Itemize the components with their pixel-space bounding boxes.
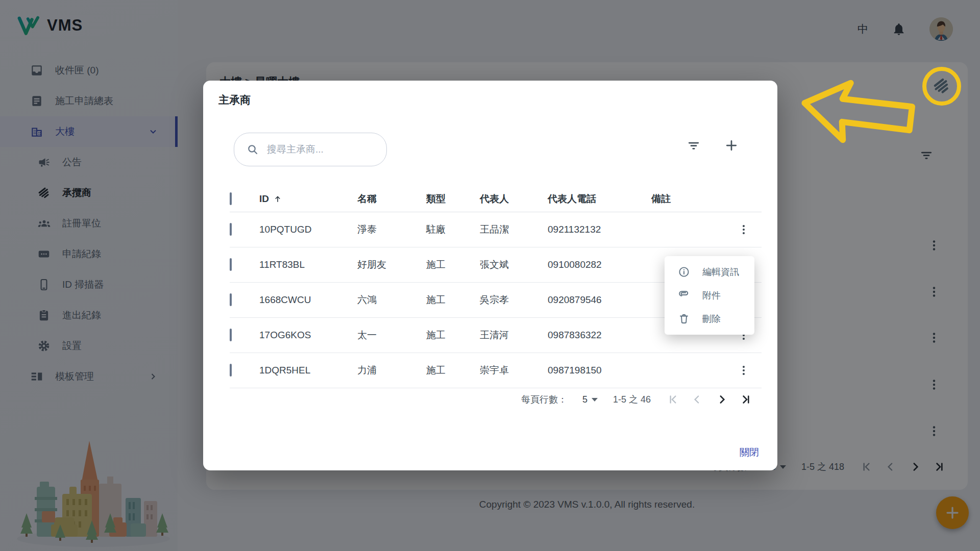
context-menu-edit-info[interactable]: 編輯資訊 <box>665 260 754 284</box>
filter-icon[interactable] <box>686 138 701 153</box>
select-all-checkbox[interactable] <box>230 192 232 205</box>
context-menu-label: 刪除 <box>702 313 721 325</box>
next-page-button[interactable] <box>715 393 728 406</box>
row-checkbox[interactable] <box>230 223 232 236</box>
row-checkbox[interactable] <box>230 364 232 377</box>
row-checkbox[interactable] <box>230 293 232 306</box>
context-menu-delete[interactable]: 刪除 <box>665 307 754 331</box>
cell-id: 10PQTUGD <box>259 224 357 235</box>
rows-per-page-select[interactable]: 5 <box>582 394 598 405</box>
caret-down-icon <box>592 398 598 402</box>
attachment-icon <box>678 289 690 302</box>
cell-id: 1DQR5HEL <box>259 365 357 376</box>
modal-pagination: 每頁行數： 5 1-5 之 46 <box>521 393 753 406</box>
column-header-representative[interactable]: 代表人 <box>480 192 548 206</box>
row-checkbox[interactable] <box>230 329 232 341</box>
column-header-notes[interactable]: 備註 <box>651 192 734 206</box>
row-kebab-icon[interactable] <box>734 364 762 377</box>
context-menu-label: 編輯資訊 <box>702 266 739 278</box>
cell-id: 11RT83BL <box>259 259 357 270</box>
info-icon <box>678 266 690 278</box>
cell-type: 駐廠 <box>426 223 480 236</box>
cell-name: 力浦 <box>357 364 426 377</box>
cell-name: 淨泰 <box>357 223 426 236</box>
column-header-name[interactable]: 名稱 <box>357 192 426 206</box>
row-checkbox[interactable] <box>230 258 232 271</box>
column-header-representative-phone[interactable]: 代表人電話 <box>548 192 651 206</box>
search-box <box>234 133 387 166</box>
cell-name: 好朋友 <box>357 258 426 271</box>
sort-ascending-icon[interactable] <box>273 194 282 204</box>
cell-phone: 0921132132 <box>548 224 651 235</box>
table-header-row: ID 名稱 類型 代表人 代表人電話 備註 <box>230 186 762 212</box>
cell-type: 施工 <box>426 329 480 342</box>
last-page-button[interactable] <box>740 393 753 406</box>
delete-icon <box>678 313 690 325</box>
table-row: 1DQR5HEL 力浦 施工 崇宇卓 0987198150 <box>230 353 762 388</box>
context-menu-attachments[interactable]: 附件 <box>665 284 754 307</box>
cell-type: 施工 <box>426 364 480 377</box>
cell-id: 1668CWCU <box>259 294 357 306</box>
add-icon[interactable] <box>724 138 739 153</box>
context-menu-label: 附件 <box>702 289 721 302</box>
first-page-button[interactable] <box>666 393 679 406</box>
handshake-icon <box>932 77 951 96</box>
search-icon <box>247 143 259 156</box>
previous-page-button[interactable] <box>691 393 704 406</box>
rows-per-page-label: 每頁行數： <box>521 393 567 406</box>
table-row: 10PQTUGD 淨泰 駐廠 王品潔 0921132132 <box>230 212 762 247</box>
cell-representative: 王品潔 <box>480 223 548 236</box>
close-modal-button[interactable]: 關閉 <box>740 446 759 459</box>
cell-id: 17OG6KOS <box>259 330 357 341</box>
cell-representative: 張文斌 <box>480 258 548 271</box>
column-header-id[interactable]: ID <box>259 193 269 205</box>
cell-representative: 吳宗孝 <box>480 293 548 307</box>
cell-phone: 0920879546 <box>548 294 651 306</box>
search-input[interactable] <box>266 143 393 156</box>
annotation-circle <box>922 67 961 106</box>
cell-name: 六鴻 <box>357 293 426 307</box>
cell-phone: 0987836322 <box>548 330 651 341</box>
cell-type: 施工 <box>426 258 480 271</box>
cell-phone: 0987198150 <box>548 365 651 376</box>
annotation-arrow <box>799 77 922 158</box>
modal-title: 主承商 <box>218 93 251 107</box>
pagination-range: 1-5 之 46 <box>613 393 651 406</box>
row-kebab-icon[interactable] <box>734 223 762 236</box>
cell-representative: 崇宇卓 <box>480 364 548 377</box>
row-context-menu: 編輯資訊 附件 刪除 <box>665 256 754 335</box>
cell-type: 施工 <box>426 293 480 307</box>
cell-name: 太一 <box>357 329 426 342</box>
cell-representative: 王清河 <box>480 329 548 342</box>
column-header-type[interactable]: 類型 <box>426 192 480 206</box>
cell-phone: 0910080282 <box>548 259 651 270</box>
